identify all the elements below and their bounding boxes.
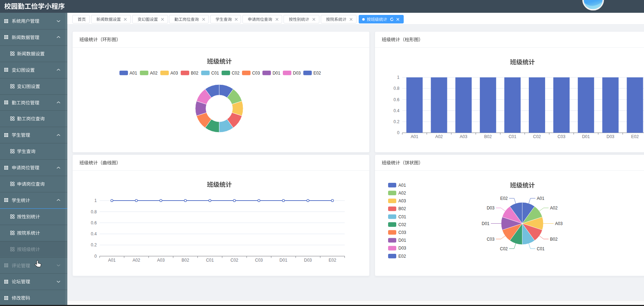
svg-text:C02: C02 — [500, 246, 508, 251]
svg-text:D03: D03 — [304, 258, 312, 263]
svg-text:0.4: 0.4 — [393, 108, 399, 113]
svg-text:D03: D03 — [398, 246, 406, 251]
svg-text:B02: B02 — [550, 237, 558, 242]
svg-text:A02: A02 — [133, 258, 140, 263]
svg-text:0: 0 — [397, 130, 399, 135]
svg-text:C03: C03 — [558, 134, 565, 139]
svg-text:A02: A02 — [150, 71, 158, 76]
svg-text:B02: B02 — [484, 134, 492, 139]
svg-text:A03: A03 — [460, 134, 467, 139]
svg-text:A01: A01 — [108, 258, 116, 263]
svg-text:A03: A03 — [398, 198, 406, 203]
svg-text:B02: B02 — [191, 71, 198, 76]
svg-text:C02: C02 — [232, 71, 240, 76]
svg-text:A02: A02 — [398, 191, 406, 196]
svg-text:D01: D01 — [273, 71, 280, 76]
svg-text:A01: A01 — [130, 71, 138, 76]
svg-text:C01: C01 — [537, 246, 545, 251]
svg-text:A03: A03 — [157, 258, 165, 263]
svg-text:E02: E02 — [500, 196, 508, 201]
svg-text:0.6: 0.6 — [91, 220, 97, 225]
svg-text:0: 0 — [94, 254, 97, 259]
svg-text:A01: A01 — [537, 196, 545, 201]
svg-text:A01: A01 — [398, 183, 406, 188]
svg-text:B02: B02 — [398, 206, 406, 211]
svg-text:C03: C03 — [487, 237, 494, 242]
svg-text:0.2: 0.2 — [91, 242, 97, 247]
svg-text:D01: D01 — [582, 134, 590, 139]
svg-text:C03: C03 — [255, 258, 263, 263]
svg-text:0.4: 0.4 — [91, 231, 97, 236]
svg-text:C02: C02 — [230, 258, 238, 263]
svg-text:C03: C03 — [252, 71, 260, 76]
svg-text:E02: E02 — [313, 71, 321, 76]
svg-text:C01: C01 — [206, 258, 214, 263]
svg-text:A03: A03 — [170, 71, 178, 76]
svg-text:1: 1 — [397, 75, 399, 80]
svg-text:0.6: 0.6 — [393, 97, 399, 102]
svg-text:0.2: 0.2 — [393, 119, 399, 124]
svg-text:D03: D03 — [487, 206, 494, 211]
svg-text:E02: E02 — [631, 134, 639, 139]
svg-text:A01: A01 — [411, 134, 419, 139]
svg-text:D01: D01 — [482, 221, 489, 226]
svg-text:C01: C01 — [211, 71, 219, 76]
svg-text:D01: D01 — [398, 238, 406, 243]
svg-text:E02: E02 — [398, 254, 406, 259]
svg-text:0.8: 0.8 — [393, 86, 399, 91]
svg-text:E02: E02 — [329, 258, 336, 263]
svg-text:C01: C01 — [398, 214, 406, 219]
svg-text:C02: C02 — [398, 222, 406, 227]
svg-text:C02: C02 — [533, 134, 541, 139]
svg-text:A02: A02 — [550, 206, 558, 211]
svg-text:0.8: 0.8 — [91, 209, 97, 214]
svg-text:B02: B02 — [181, 258, 189, 263]
svg-text:C01: C01 — [509, 134, 516, 139]
svg-text:D01: D01 — [280, 258, 287, 263]
svg-text:A02: A02 — [435, 134, 443, 139]
svg-text:D03: D03 — [606, 134, 614, 139]
svg-text:A03: A03 — [555, 221, 563, 226]
svg-text:D03: D03 — [293, 71, 301, 76]
svg-text:1: 1 — [94, 198, 97, 203]
svg-text:C03: C03 — [398, 230, 406, 235]
